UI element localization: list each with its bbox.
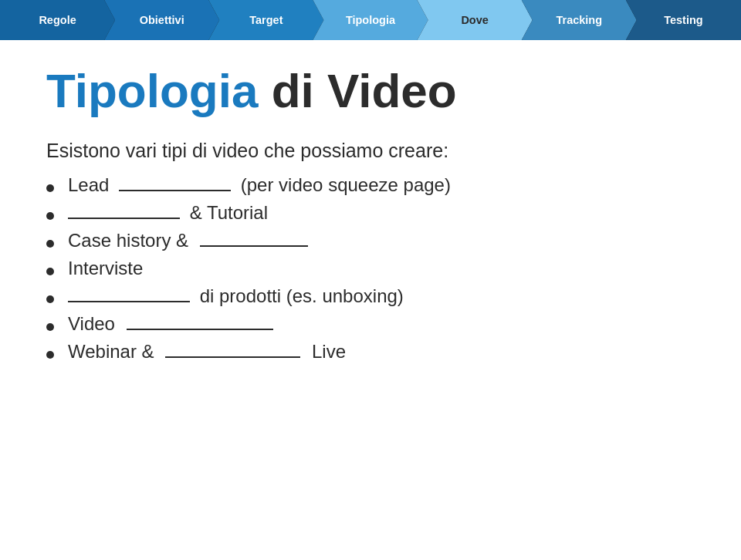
nav-item-regole[interactable]: Regole	[0, 0, 115, 40]
bullet-dot	[46, 184, 54, 192]
nav-item-tracking[interactable]: Tracking	[522, 0, 637, 40]
nav-item-target[interactable]: Target	[208, 0, 323, 40]
list-item: & Tutorial	[46, 202, 695, 224]
nav-item-testing[interactable]: Testing	[626, 0, 741, 40]
subtitle: Esistono vari tipi di video che possiamo…	[46, 140, 695, 162]
blank-line	[200, 245, 308, 247]
title-colored: Tipologia	[46, 64, 258, 117]
blank-line	[68, 218, 180, 219]
main-content: Tipologia di Video Esistono vari tipi di…	[0, 40, 741, 392]
blank-line	[165, 356, 300, 358]
blank-line	[119, 190, 231, 191]
bullet-dot	[46, 323, 54, 331]
bullet-list: Lead (per video squeeze page) & Tutorial…	[46, 174, 695, 363]
bullet-dot	[46, 351, 54, 359]
nav-item-tipologia[interactable]: Tipologia	[313, 0, 428, 40]
bullet-dot	[46, 240, 54, 248]
nav-item-dove[interactable]: Dove	[418, 0, 533, 40]
list-item: di prodotti (es. unboxing)	[46, 285, 695, 307]
blank-line	[127, 329, 273, 330]
nav-item-obiettivi[interactable]: Obiettivi	[104, 0, 219, 40]
page-title: Tipologia di Video	[46, 63, 695, 118]
navigation-bar: .nav-container { display: flex; height: …	[0, 0, 741, 40]
blank-line	[68, 301, 190, 302]
list-item: Lead (per video squeeze page)	[46, 174, 695, 196]
bullet-dot	[46, 268, 54, 275]
bullet-dot	[46, 212, 54, 220]
list-item: Webinar & Live	[46, 341, 695, 363]
list-item: Case history &	[46, 230, 695, 251]
bullet-dot	[46, 295, 54, 303]
title-normal: di Video	[258, 64, 456, 117]
list-item: Interviste	[46, 258, 695, 279]
list-item: Video	[46, 313, 695, 335]
